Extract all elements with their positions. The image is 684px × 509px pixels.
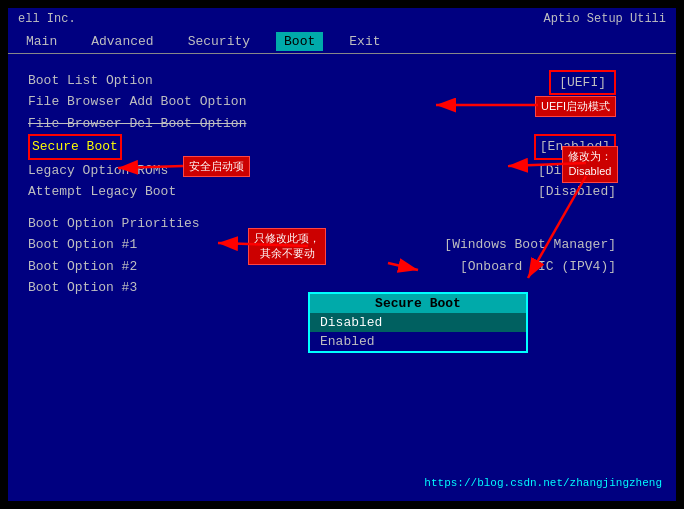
boot-priorities-label: Boot Option Priorities — [28, 216, 200, 231]
boot-option-1-value: [Windows Boot Manager] — [444, 234, 616, 255]
boot-option-1-row: Boot Option #1 [Windows Boot Manager] — [28, 234, 656, 255]
secure-boot-dropdown: Secure Boot Disabled Enabled — [308, 292, 528, 353]
file-browser-add-label: File Browser Add Boot Option — [28, 94, 246, 109]
secure-boot-label[interactable]: Secure Boot — [28, 134, 122, 159]
boot-option-2-row: Boot Option #2 [Onboard NIC (IPV4)] — [28, 256, 656, 277]
dropdown-item-enabled[interactable]: Enabled — [310, 332, 526, 351]
nav-advanced[interactable]: Advanced — [83, 32, 161, 51]
uefi-annotation-label: UEFI启动模式 — [535, 96, 616, 117]
nav-main[interactable]: Main — [18, 32, 65, 51]
secure-boot-annotation-label: 安全启动项 — [183, 156, 250, 177]
attempt-legacy-boot-label: Attempt Legacy Boot — [28, 184, 176, 199]
only-modify-annotation-label: 只修改此项， 其余不要动 — [248, 228, 326, 265]
dropdown-item-disabled[interactable]: Disabled — [310, 313, 526, 332]
boot-list-option-label: Boot List Option — [28, 73, 153, 88]
modify-annotation-label: 修改为： Disabled — [562, 146, 618, 183]
boot-option-2-label: Boot Option #2 — [28, 259, 137, 274]
boot-list-option-row: Boot List Option [UEFI] — [28, 70, 656, 91]
vendor-text: ell Inc. — [18, 12, 76, 26]
util-title: Aptio Setup Utili — [544, 12, 666, 26]
nav-bar: Main Advanced Security Boot Exit — [8, 30, 676, 54]
legacy-option-roms-label: Legacy Option ROMs — [28, 163, 168, 178]
nav-exit[interactable]: Exit — [341, 32, 388, 51]
nav-security[interactable]: Security — [180, 32, 258, 51]
attempt-legacy-boot-row: Attempt Legacy Boot [Disabled] — [28, 181, 656, 202]
boot-priorities-row: Boot Option Priorities — [28, 213, 656, 234]
bios-outer-frame: ell Inc. Aptio Setup Utili Main Advanced… — [0, 0, 684, 509]
watermark: https://blog.csdn.net/zhangjingzheng — [424, 477, 662, 489]
dropdown-title: Secure Boot — [310, 294, 526, 313]
boot-option-1-label: Boot Option #1 — [28, 237, 137, 252]
boot-option-3-label: Boot Option #3 — [28, 280, 137, 295]
nav-boot[interactable]: Boot — [276, 32, 323, 51]
top-bar: ell Inc. Aptio Setup Utili — [8, 8, 676, 30]
attempt-legacy-boot-value: [Disabled] — [538, 181, 616, 202]
bios-screen: ell Inc. Aptio Setup Utili Main Advanced… — [8, 8, 676, 501]
file-browser-del-label: File Browser Del Boot Option — [28, 116, 246, 131]
boot-option-2-value: [Onboard NIC (IPV4)] — [460, 256, 616, 277]
